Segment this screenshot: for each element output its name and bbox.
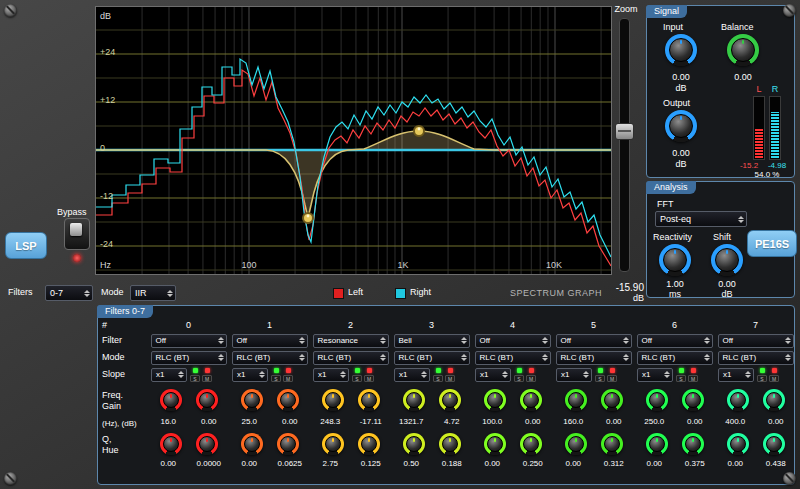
q-knob[interactable] — [403, 433, 425, 455]
filter-column: 4 Off RLC (BT) x1 — [472, 319, 553, 482]
output-level-readout: -15.90 dB — [600, 283, 644, 303]
slope-value: x1 — [399, 370, 407, 379]
screw-icon — [783, 472, 796, 485]
filter-type-select[interactable]: Off — [232, 334, 308, 348]
freq-knob[interactable] — [484, 389, 506, 411]
hue-knob[interactable] — [520, 433, 542, 455]
filter-handle-dot[interactable] — [414, 126, 424, 136]
filter-mode-select[interactable]: RLC (BT) — [556, 351, 632, 365]
shift-knob[interactable] — [711, 244, 743, 276]
freq-knob[interactable] — [241, 389, 263, 411]
spectrum-graph[interactable]: dB +24 +12 0 -12 -24 Hz 100 1K 10K — [95, 6, 612, 275]
q-knob[interactable] — [160, 433, 182, 455]
hue-knob[interactable] — [682, 433, 704, 455]
filter-mode-select[interactable]: RLC (BT) — [151, 351, 227, 365]
bypass-switch[interactable] — [64, 218, 90, 250]
gain-knob[interactable] — [520, 389, 542, 411]
zoom-slider-handle[interactable] — [615, 123, 634, 140]
slope-select[interactable]: x1 — [475, 368, 511, 382]
gain-knob[interactable] — [439, 389, 461, 411]
filter-mute-led — [448, 368, 453, 373]
filter-type-select[interactable]: Off — [475, 334, 551, 348]
slope-select[interactable]: x1 — [556, 368, 592, 382]
gain-knob[interactable] — [196, 389, 218, 411]
freq-knob[interactable] — [403, 389, 425, 411]
balance-knob[interactable] — [727, 34, 759, 66]
filter-handle-dot[interactable] — [303, 213, 313, 223]
slope-select[interactable]: x1 — [637, 368, 673, 382]
q-value: 0.00 — [472, 459, 513, 471]
filter-mode-select[interactable]: RLC (BT) — [637, 351, 713, 365]
filter-mode-value: RLC (BT) — [318, 353, 352, 362]
gain-knob[interactable] — [277, 389, 299, 411]
filter-type-value: Off — [642, 336, 653, 345]
filter-type-select[interactable]: Bell — [394, 334, 470, 348]
gain-knob[interactable] — [358, 389, 380, 411]
solo-button[interactable]: S — [190, 375, 200, 382]
solo-button[interactable]: S — [595, 375, 605, 382]
freq-knob[interactable] — [322, 389, 344, 411]
hue-knob[interactable] — [601, 433, 623, 455]
output-knob[interactable] — [665, 110, 697, 142]
slope-select[interactable]: x1 — [313, 368, 349, 382]
gain-knob[interactable] — [682, 389, 704, 411]
mute-button[interactable]: M — [769, 375, 779, 382]
solo-button[interactable]: S — [757, 375, 767, 382]
chevron-updown-icon — [785, 354, 791, 361]
fft-mode-select[interactable]: Post-eq — [655, 211, 747, 227]
solo-button[interactable]: S — [271, 375, 281, 382]
filter-mode-select[interactable]: RLC (BT) — [718, 351, 794, 365]
mute-button[interactable]: M — [607, 375, 617, 382]
filter-type-select[interactable]: Off — [151, 334, 227, 348]
spectrum-plot[interactable] — [96, 7, 611, 274]
hue-knob[interactable] — [439, 433, 461, 455]
hue-knob[interactable] — [763, 433, 785, 455]
filter-type-select[interactable]: Resonance — [313, 334, 389, 348]
freq-knob[interactable] — [727, 389, 749, 411]
mute-button[interactable]: M — [445, 375, 455, 382]
reactivity-knob[interactable] — [659, 244, 691, 276]
filter-mode-select[interactable]: RLC (BT) — [313, 351, 389, 365]
hue-value: 0.125 — [351, 459, 392, 471]
solo-button[interactable]: S — [352, 375, 362, 382]
filters-range-select[interactable]: 0-7 — [45, 285, 93, 301]
q-knob[interactable] — [565, 433, 587, 455]
slope-select[interactable]: x1 — [394, 368, 430, 382]
solo-button[interactable]: S — [433, 375, 443, 382]
freq-knob[interactable] — [646, 389, 668, 411]
freq-knob[interactable] — [565, 389, 587, 411]
solo-button[interactable]: S — [514, 375, 524, 382]
mute-button[interactable]: M — [283, 375, 293, 382]
q-value: 0.00 — [229, 459, 270, 471]
q-value: 0.00 — [553, 459, 594, 471]
slope-select[interactable]: x1 — [151, 368, 187, 382]
q-knob[interactable] — [727, 433, 749, 455]
slope-select[interactable]: x1 — [232, 368, 268, 382]
lsp-logo[interactable]: LSP — [5, 232, 47, 259]
zoom-slider[interactable] — [619, 18, 630, 272]
filter-type-select[interactable]: Off — [556, 334, 632, 348]
q-knob[interactable] — [322, 433, 344, 455]
slope-select[interactable]: x1 — [718, 368, 754, 382]
filter-mode-select[interactable]: RLC (BT) — [394, 351, 470, 365]
input-knob[interactable] — [665, 34, 697, 66]
mute-button[interactable]: M — [202, 375, 212, 382]
filter-type-select[interactable]: Off — [718, 334, 794, 348]
solo-button[interactable]: S — [676, 375, 686, 382]
mute-button[interactable]: M — [526, 375, 536, 382]
q-knob[interactable] — [484, 433, 506, 455]
eq-mode-select[interactable]: IIR — [130, 285, 176, 301]
mute-button[interactable]: M — [688, 375, 698, 382]
hue-knob[interactable] — [358, 433, 380, 455]
filter-mode-select[interactable]: RLC (BT) — [232, 351, 308, 365]
filter-type-select[interactable]: Off — [637, 334, 713, 348]
q-knob[interactable] — [646, 433, 668, 455]
hue-knob[interactable] — [196, 433, 218, 455]
gain-knob[interactable] — [763, 389, 785, 411]
hue-knob[interactable] — [277, 433, 299, 455]
q-knob[interactable] — [241, 433, 263, 455]
freq-knob[interactable] — [160, 389, 182, 411]
filter-mode-select[interactable]: RLC (BT) — [475, 351, 551, 365]
gain-knob[interactable] — [601, 389, 623, 411]
mute-button[interactable]: M — [364, 375, 374, 382]
